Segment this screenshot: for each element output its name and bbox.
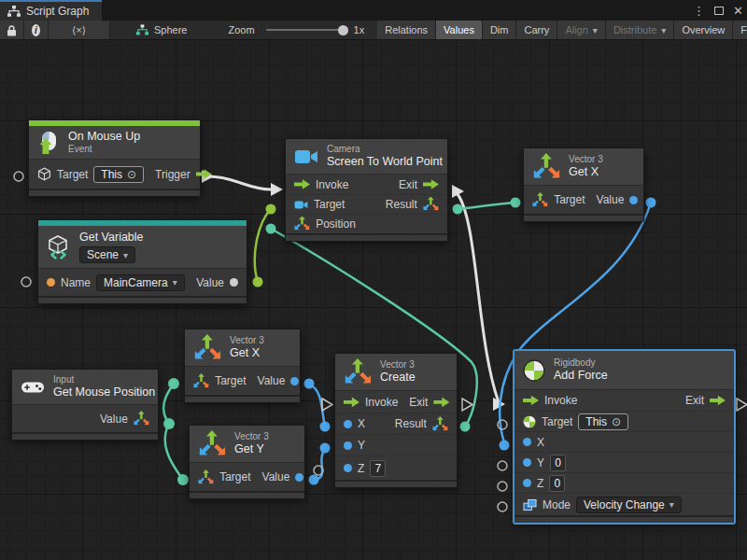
fullscreen-button[interactable]: Full Screen <box>733 21 747 39</box>
node-on-mouse-up[interactable]: On Mouse Up Event Target This ⊙ Trigger <box>28 119 201 197</box>
value-output-port[interactable] <box>295 473 303 482</box>
vector3-icon[interactable] <box>532 192 548 208</box>
z-value-field[interactable]: 7 <box>370 460 386 477</box>
node-screen-to-world-point[interactable]: Camera Screen To World Point Invoke Exit… <box>285 138 448 242</box>
value-label: Value <box>100 413 128 426</box>
wire-variable-to-target[interactable] <box>253 204 276 287</box>
exit-port[interactable] <box>710 396 726 406</box>
port-onmouseup-target-unconnected[interactable] <box>14 172 23 181</box>
port-addforce-y-unconnected[interactable] <box>498 461 507 470</box>
x-input-port[interactable] <box>344 420 352 428</box>
port-create-exit-unconnected[interactable] <box>462 399 472 411</box>
values-button[interactable]: Values <box>436 21 483 39</box>
vector3-icon[interactable] <box>423 197 439 213</box>
z-label: Z <box>358 462 364 475</box>
mode-dropdown[interactable]: Velocity Change <box>576 497 682 513</box>
name-label: Name <box>61 276 91 289</box>
distribute-dropdown[interactable]: Distribute <box>606 21 675 39</box>
vector3-icon[interactable] <box>294 217 310 232</box>
node-footer <box>29 189 200 196</box>
wire-gety-to-create-y[interactable] <box>309 443 331 485</box>
node-get-x-top[interactable]: Vector 3 Get X Target Value <box>523 147 644 222</box>
lock-button[interactable] <box>0 21 24 39</box>
node-footer <box>185 395 300 402</box>
node-header: Get Variable Scene <box>38 226 247 269</box>
info-button[interactable]: i <box>24 21 49 39</box>
z-value-field[interactable]: 0 <box>549 475 565 492</box>
exit-port[interactable] <box>423 179 439 189</box>
port-addforce-mode-unconnected[interactable] <box>498 502 507 511</box>
port-addforce-exit-unconnected[interactable] <box>737 399 747 411</box>
toolbar-left-group: i ⟨×⟩ <box>0 21 110 39</box>
z-input-port[interactable] <box>344 464 352 472</box>
target-this-value: This <box>585 415 607 428</box>
port-row-x: X <box>514 431 734 452</box>
vector3-icon[interactable] <box>134 411 149 427</box>
wire-trigger-to-invoke[interactable] <box>202 170 283 196</box>
port-row-x: X Result <box>335 413 457 434</box>
variable-scope-dropdown[interactable]: Scene <box>79 246 135 263</box>
dim-button[interactable]: Dim <box>483 21 517 39</box>
exit-port[interactable] <box>433 397 449 407</box>
port-create-invoke-unconnected[interactable] <box>322 399 332 411</box>
wire-getx-to-create-x[interactable] <box>304 379 331 432</box>
rigidbody-small-icon <box>523 415 536 428</box>
menu-icon[interactable]: ⋮ <box>693 4 705 18</box>
wire-exit-to-addforce[interactable] <box>452 185 505 411</box>
node-title: Screen To World Point <box>327 155 443 169</box>
node-get-variable[interactable]: Get Variable Scene Name MainCamera Value <box>37 219 247 304</box>
gamepad-icon <box>21 380 45 395</box>
y-input-port[interactable] <box>523 458 531 467</box>
target-this-picker[interactable]: This ⊙ <box>578 413 628 430</box>
value-label: Value <box>597 193 625 206</box>
invoke-port[interactable] <box>294 179 310 189</box>
value-output-port[interactable] <box>290 377 299 385</box>
value-output-port[interactable] <box>629 196 638 204</box>
zoom-slider[interactable] <box>266 29 348 31</box>
port-getvariable-name-unconnected[interactable] <box>21 277 31 287</box>
node-get-y[interactable]: Vector 3 Get Y Target Value <box>189 425 305 499</box>
target-this-picker[interactable]: This ⊙ <box>93 166 144 183</box>
port-row-y: Y <box>335 434 457 455</box>
align-dropdown[interactable]: Align <box>557 21 606 39</box>
port-addforce-z-unconnected[interactable] <box>498 482 507 491</box>
y-input-port[interactable] <box>344 441 352 450</box>
node-get-mouse-position[interactable]: Input Get Mouse Position Value <box>11 369 159 441</box>
invoke-port[interactable] <box>523 396 539 406</box>
variable-name-dropdown[interactable]: MainCamera <box>96 274 185 291</box>
info-icon: i <box>32 24 40 36</box>
maximize-icon[interactable] <box>714 7 724 15</box>
value-output-port[interactable] <box>230 278 238 287</box>
z-input-port[interactable] <box>523 479 531 487</box>
port-row-y: Y 0 <box>514 452 734 472</box>
vector3-icon[interactable] <box>432 416 448 432</box>
y-value-field[interactable]: 0 <box>550 455 566 471</box>
port-addforce-target-unconnected[interactable] <box>498 420 507 429</box>
x-input-port[interactable] <box>523 438 531 446</box>
node-create-vector3[interactable]: Vector 3 Create Invoke Exit X Result <box>334 353 458 488</box>
vector3-icon[interactable] <box>198 469 214 485</box>
relations-button[interactable]: Relations <box>377 21 436 39</box>
tab-script-graph[interactable]: Script Graph <box>0 0 102 21</box>
close-icon[interactable]: ✕ <box>733 4 743 18</box>
gameobject-icon <box>37 167 51 181</box>
node-type: Rigidbody <box>554 357 608 369</box>
graph-canvas[interactable]: On Mouse Up Event Target This ⊙ Trigger <box>0 40 747 560</box>
node-get-x-mid[interactable]: Vector 3 Get X Target Value <box>184 329 301 403</box>
zoom-to-fit-button[interactable]: ⟨×⟩ <box>49 21 110 39</box>
invoke-port[interactable] <box>344 397 359 407</box>
enum-mode-icon <box>523 498 537 511</box>
result-label: Result <box>386 198 417 211</box>
node-type: Vector 3 <box>569 154 603 165</box>
overview-button[interactable]: Overview <box>674 21 733 39</box>
node-footer <box>335 480 457 487</box>
vector3-icon[interactable] <box>193 373 209 389</box>
name-input-port[interactable] <box>47 278 55 287</box>
vector3-icon <box>344 358 372 385</box>
zoom-slider-handle[interactable] <box>338 25 348 35</box>
x-label: X <box>358 417 365 430</box>
node-add-force[interactable]: Rigidbody Add Force Invoke Exit Target T… <box>514 350 735 524</box>
carry-button[interactable]: Carry <box>516 21 557 39</box>
port-row-invoke: Invoke Exit <box>286 175 447 194</box>
node-type: Camera <box>327 144 443 155</box>
